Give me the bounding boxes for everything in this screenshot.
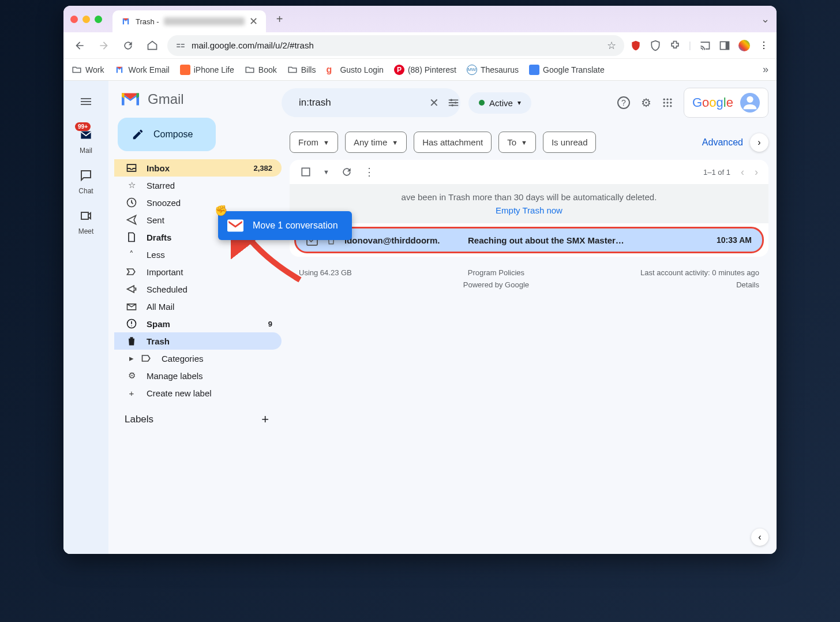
- rail-mail[interactable]: 99+ Mail: [77, 126, 95, 155]
- user-avatar[interactable]: [740, 93, 760, 113]
- allmail-icon: [126, 301, 137, 312]
- filter-scroll-right[interactable]: ›: [750, 133, 768, 152]
- reload-button[interactable]: [119, 36, 137, 55]
- rail-meet[interactable]: Meet: [77, 207, 95, 235]
- inbox-icon: [126, 162, 137, 174]
- email-sender: ldonovan@thirddoorm.: [344, 235, 460, 245]
- tab-close-button[interactable]: ✕: [249, 15, 258, 28]
- next-page-button[interactable]: ›: [755, 166, 758, 178]
- extensions-icon[interactable]: [669, 40, 681, 51]
- minimize-window-button[interactable]: [82, 16, 90, 23]
- url-input[interactable]: mail.google.com/mail/u/2/#trash ☆: [167, 35, 624, 56]
- advanced-search-link[interactable]: Advanced: [702, 137, 743, 148]
- ublock-icon[interactable]: [630, 40, 642, 51]
- help-icon[interactable]: ?: [617, 96, 631, 110]
- browser-tab[interactable]: Trash - ✕: [112, 10, 266, 32]
- apps-icon[interactable]: [662, 97, 673, 108]
- sidebar-item-snoozed[interactable]: Snoozed: [114, 194, 282, 211]
- refresh-button[interactable]: [341, 166, 352, 178]
- maximize-window-button[interactable]: [95, 16, 102, 23]
- bookmark-book[interactable]: Book: [245, 65, 277, 75]
- sidebar-item-inbox[interactable]: Inbox2,382: [114, 159, 282, 177]
- empty-trash-link[interactable]: Empty Trash now: [298, 205, 760, 215]
- filter-row: From▼ Any time▼ Has attachment To▼ Is un…: [282, 132, 777, 160]
- compose-button[interactable]: Compose: [118, 118, 216, 151]
- sidebar-item-all-mail[interactable]: All Mail: [114, 298, 282, 315]
- labels-heading: Labels +: [114, 402, 282, 433]
- account-switcher[interactable]: Google: [684, 88, 768, 118]
- bookmark-work-email[interactable]: Work Email: [114, 65, 169, 75]
- svg-point-20: [663, 105, 665, 107]
- bookmark-pinterest[interactable]: P(88) Pinterest: [394, 65, 456, 75]
- star-icon: ☆: [126, 179, 137, 191]
- tab-overflow-button[interactable]: ⌄: [761, 13, 770, 25]
- send-icon: [126, 214, 137, 226]
- bookmark-thesaurus[interactable]: MWThesaurus: [467, 65, 519, 75]
- settings-icon[interactable]: ⚙: [641, 96, 651, 110]
- bookmark-translate[interactable]: Google Translate: [529, 65, 605, 75]
- home-button[interactable]: [143, 36, 162, 55]
- details-link[interactable]: Details: [640, 280, 759, 289]
- sidebar-item-spam[interactable]: Spam9: [114, 315, 282, 332]
- search-clear-button[interactable]: ✕: [429, 96, 439, 110]
- profile-icon[interactable]: [738, 40, 750, 51]
- svg-rect-0: [177, 44, 180, 45]
- trash-notice: ave been in Trash more than 30 days will…: [290, 184, 768, 223]
- filter-is-unread[interactable]: Is unread: [543, 132, 597, 153]
- search-input[interactable]: [299, 97, 421, 108]
- svg-rect-5: [726, 42, 729, 49]
- powered-by: Powered by Google: [463, 280, 529, 289]
- close-window-button[interactable]: [70, 16, 78, 23]
- back-button[interactable]: [70, 36, 89, 55]
- filter-any-time[interactable]: Any time▼: [345, 132, 407, 153]
- side-panel-toggle[interactable]: ‹: [751, 529, 768, 546]
- search-box[interactable]: ✕: [282, 88, 460, 117]
- svg-point-17: [663, 102, 665, 103]
- select-dropdown-icon[interactable]: ▼: [323, 168, 329, 175]
- rail-chat-label: Chat: [78, 187, 93, 195]
- shield-icon[interactable]: [650, 40, 661, 51]
- file-icon: [126, 231, 137, 243]
- more-menu-icon[interactable]: ⋮: [364, 166, 374, 178]
- rail-chat[interactable]: Chat: [77, 166, 95, 195]
- rail-mail-label: Mail: [80, 147, 92, 155]
- sidebar-item-trash[interactable]: Trash: [114, 332, 282, 350]
- add-label-button[interactable]: +: [261, 412, 269, 427]
- bookmark-gusto[interactable]: gGusto Login: [326, 65, 384, 75]
- bookmark-star-icon[interactable]: ☆: [607, 39, 616, 52]
- svg-rect-1: [181, 44, 185, 45]
- email-row[interactable]: ldonovan@thirddoorm. Reaching out about …: [294, 227, 764, 253]
- sidebar-item-categories[interactable]: ▸Categories: [114, 350, 282, 367]
- sidebar-item-scheduled[interactable]: Scheduled: [114, 280, 282, 298]
- gmail-logo[interactable]: Gmail: [114, 87, 282, 118]
- sidebar-item-starred[interactable]: ☆Starred: [114, 177, 282, 194]
- bookmark-overflow-icon[interactable]: »: [763, 63, 768, 76]
- bookmark-iphone-life[interactable]: iPhone Life: [180, 65, 234, 75]
- sidepanel-icon[interactable]: [719, 40, 730, 51]
- plus-icon: +: [126, 387, 137, 399]
- status-chip[interactable]: Active ▾: [468, 92, 531, 114]
- sidebar-item-create-label[interactable]: +Create new label: [114, 384, 282, 402]
- filter-from[interactable]: From▼: [290, 132, 338, 153]
- svg-rect-3: [181, 46, 185, 47]
- forward-button[interactable]: [95, 36, 113, 55]
- sidebar: Gmail Compose Inbox2,382 ☆Starred Snooze…: [108, 81, 282, 554]
- filter-to[interactable]: To▼: [498, 132, 536, 153]
- bookmark-work[interactable]: Work: [72, 65, 104, 75]
- policies-link[interactable]: Program Policies: [463, 268, 529, 277]
- search-options-icon[interactable]: [447, 96, 460, 109]
- hamburger-menu-button[interactable]: [73, 89, 99, 114]
- filter-has-attachment[interactable]: Has attachment: [414, 132, 492, 153]
- browser-menu-icon[interactable]: ⋮: [758, 40, 770, 51]
- new-tab-button[interactable]: +: [271, 9, 289, 29]
- select-all-checkbox[interactable]: [300, 166, 312, 178]
- tab-strip: Trash - ✕ + ⌄: [63, 6, 777, 32]
- sidebar-item-manage-labels[interactable]: ⚙Manage labels: [114, 367, 282, 384]
- sidebar-item-important[interactable]: Important: [114, 263, 282, 280]
- footer: Using 64.23 GB Program PoliciesPowered b…: [282, 257, 777, 301]
- sidebar-item-less[interactable]: ˄Less: [114, 246, 282, 263]
- cast-icon[interactable]: [699, 40, 711, 51]
- prev-page-button[interactable]: ‹: [741, 166, 744, 178]
- extension-icons: | ⋮: [630, 40, 770, 51]
- bookmark-bills[interactable]: Bills: [287, 65, 316, 75]
